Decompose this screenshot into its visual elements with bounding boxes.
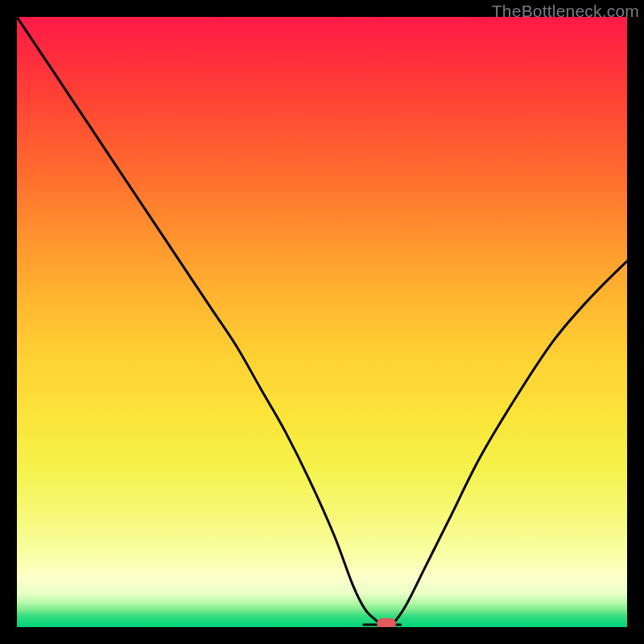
optimal-point-marker xyxy=(377,618,396,627)
chart-frame: TheBottleneck.com xyxy=(0,0,644,644)
bottleneck-curve xyxy=(17,17,627,627)
plot-area xyxy=(17,17,627,627)
watermark-text: TheBottleneck.com xyxy=(492,2,639,21)
